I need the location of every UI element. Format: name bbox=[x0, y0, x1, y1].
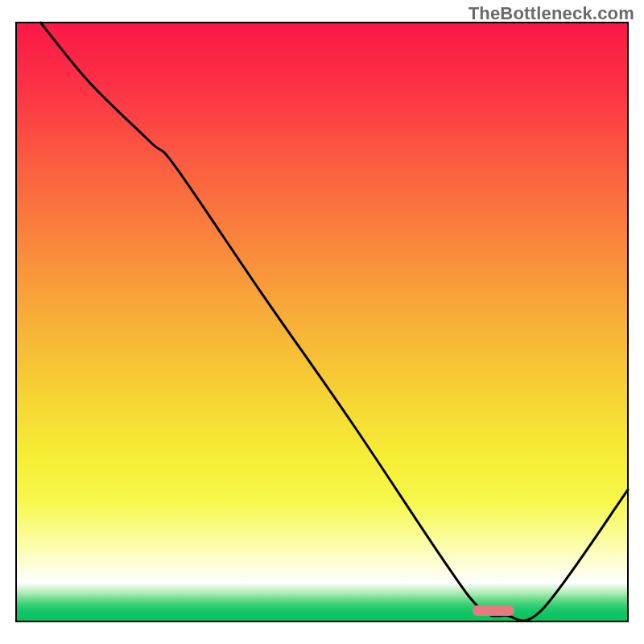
plot-background bbox=[16, 23, 628, 621]
chart-container: TheBottleneck.com bbox=[0, 0, 644, 644]
chart-svg bbox=[0, 0, 644, 644]
plot-area bbox=[16, 23, 628, 621]
optimal-marker bbox=[473, 605, 514, 616]
watermark-label: TheBottleneck.com bbox=[469, 3, 634, 24]
